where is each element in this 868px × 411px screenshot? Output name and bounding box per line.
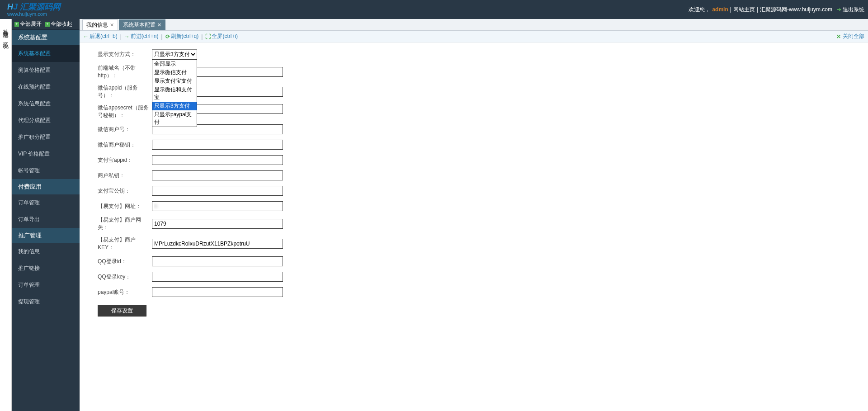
label-qq-id: QQ登录id： — [98, 258, 152, 265]
epay-url-input[interactable] — [152, 201, 283, 211]
label-domain: 前端域名（不带http）： — [98, 64, 152, 80]
sidebar-item-promo-orders[interactable]: 订单管理 — [12, 277, 80, 293]
ali-pub-input[interactable] — [152, 186, 283, 196]
forward-button[interactable]: →前进(ctrl+n) — [124, 33, 159, 40]
sidebar-item-points-config[interactable]: 推广积分配置 — [12, 129, 80, 146]
plus-icon: + — [45, 22, 50, 27]
nav-section-promo[interactable]: 推广管理 — [12, 228, 80, 243]
wx-mch-key-input[interactable] — [152, 140, 283, 150]
left-rail: 算命频道 系统 — [0, 19, 12, 411]
sidebar-item-withdraw[interactable]: 提现管理 — [12, 293, 80, 310]
expand-all-button[interactable]: +全部展开 — [14, 20, 42, 28]
topbar-right: 欢迎您， admin | 网站主页 | 汇聚源码网-www.huijuym.co… — [689, 6, 864, 14]
nav-section-paid-apps[interactable]: 付费应用 — [12, 179, 80, 194]
logout-button[interactable]: ➔ 退出系统 — [837, 6, 864, 14]
close-icon: ✕ — [836, 33, 841, 40]
sidebar-item-account[interactable]: 帐号管理 — [12, 162, 80, 179]
label-wx-mch-key: 微信商户秘钥： — [98, 141, 152, 149]
arrow-right-icon: → — [124, 33, 130, 40]
label-epay-key: 【易支付】商户KEY： — [98, 236, 152, 251]
toolbar: ←后退(ctrl+b) | →前进(ctrl+n) | ⟳刷新(ctrl+q) … — [80, 31, 868, 43]
sidebar-item-orders[interactable]: 订单管理 — [12, 194, 80, 211]
sidebar-item-promo-link[interactable]: 推广链接 — [12, 260, 80, 277]
fullscreen-icon: ⛶ — [205, 33, 211, 40]
mch-priv-input[interactable] — [152, 170, 283, 180]
sidebar-item-vip-config[interactable]: VIP 价格配置 — [12, 146, 80, 162]
save-button[interactable]: 保存设置 — [98, 305, 146, 317]
sidebar-item-booking-config[interactable]: 在线预约配置 — [12, 79, 80, 95]
topbar: HJ 汇聚源码网 www.huijuym.com 欢迎您， admin | 网站… — [0, 0, 868, 19]
label-pay-mode: 显示支付方式： — [98, 51, 152, 58]
qq-key-input[interactable] — [152, 272, 283, 282]
current-user: admin — [712, 6, 728, 13]
tabs: 我的信息✕ 系统基本配置✕ — [80, 19, 868, 31]
paypal-input[interactable] — [152, 287, 283, 297]
qq-id-input[interactable] — [152, 256, 283, 266]
back-button[interactable]: ←后退(ctrl+b) — [83, 33, 118, 40]
arrow-left-icon: ← — [83, 33, 89, 40]
label-wx-mch: 微信商户号： — [98, 126, 152, 133]
option-wechat-alipay[interactable]: 显示微信和支付宝 — [152, 85, 197, 102]
rail-group-fortune[interactable]: 算命频道 — [2, 24, 10, 28]
close-icon[interactable]: ✕ — [157, 22, 161, 28]
expand-bar: +全部展开 +全部收起 — [12, 19, 80, 30]
logo: HJ 汇聚源码网 www.huijuym.com — [7, 3, 61, 17]
sidebar-item-order-export[interactable]: 订单导出 — [12, 211, 80, 228]
welcome-text: 欢迎您， — [689, 6, 710, 14]
label-ali-appid: 支付宝appid： — [98, 156, 152, 164]
plus-icon: + — [14, 22, 19, 27]
label-epay-gw: 【易支付】商户网关： — [98, 216, 152, 231]
option-alipay[interactable]: 显示支付宝支付 — [152, 77, 197, 85]
content: 我的信息✕ 系统基本配置✕ ←后退(ctrl+b) | →前进(ctrl+n) … — [80, 19, 868, 411]
label-mch-priv: 商户私钥： — [98, 172, 152, 180]
form-area: 显示支付方式： 只显示3方支付 全部显示 显示微信支付 显示支付宝支付 显示微信… — [80, 43, 868, 411]
epay-gw-input[interactable] — [152, 219, 283, 229]
pay-mode-dropdown: 全部显示 显示微信支付 显示支付宝支付 显示微信和支付宝 只显示3方支付 只显示… — [152, 59, 197, 127]
option-all[interactable]: 全部显示 — [152, 60, 197, 68]
option-third-party[interactable]: 只显示3方支付 — [152, 102, 197, 110]
fullscreen-button[interactable]: ⛶全屏(ctrl+i) — [205, 33, 238, 40]
sidebar-item-price-config[interactable]: 测算价格配置 — [12, 62, 80, 79]
collapse-all-button[interactable]: +全部收起 — [45, 20, 72, 28]
sidebar-item-info-config[interactable]: 系统信息配置 — [12, 95, 80, 112]
epay-key-input[interactable] — [152, 239, 283, 249]
brand-link[interactable]: 汇聚源码网-www.huijuym.com — [760, 6, 832, 14]
sidebar-item-my-info[interactable]: 我的信息 — [12, 243, 80, 260]
option-wechat[interactable]: 显示微信支付 — [152, 68, 197, 77]
label-ali-pub: 支付宝公钥： — [98, 187, 152, 195]
arrow-right-icon: ➔ — [837, 6, 841, 13]
option-paypal[interactable]: 只显示paypal支付 — [152, 110, 197, 127]
rail-group-system[interactable]: 系统 — [2, 37, 10, 39]
refresh-button[interactable]: ⟳刷新(ctrl+q) — [165, 33, 199, 40]
label-epay-url: 【易支付】网址： — [98, 203, 152, 210]
label-wx-appid: 微信appid（服务号）： — [98, 84, 152, 99]
label-paypal: paypal账号： — [98, 288, 152, 296]
tab-system-config[interactable]: 系统基本配置✕ — [119, 19, 165, 30]
refresh-icon: ⟳ — [165, 33, 170, 40]
pay-mode-select[interactable]: 只显示3方支付 — [152, 49, 197, 59]
tab-my-info[interactable]: 我的信息✕ — [82, 19, 118, 30]
label-qq-key: QQ登录key： — [98, 273, 152, 281]
nav-section-system-config[interactable]: 系统基配置 — [12, 30, 80, 45]
close-icon[interactable]: ✕ — [110, 22, 114, 28]
label-wx-secret: 微信appsecret（服务号秘钥）： — [98, 104, 152, 119]
sidebar: +全部展开 +全部收起 系统基配置 系统基本配置 测算价格配置 在线预约配置 系… — [12, 19, 80, 411]
ali-appid-input[interactable] — [152, 155, 283, 165]
close-all-button[interactable]: ✕关闭全部 — [836, 33, 864, 40]
link-home[interactable]: 网站主页 — [733, 6, 755, 14]
sidebar-item-agent-config[interactable]: 代理分成配置 — [12, 112, 80, 129]
sidebar-item-basic-config[interactable]: 系统基本配置 — [12, 45, 80, 62]
